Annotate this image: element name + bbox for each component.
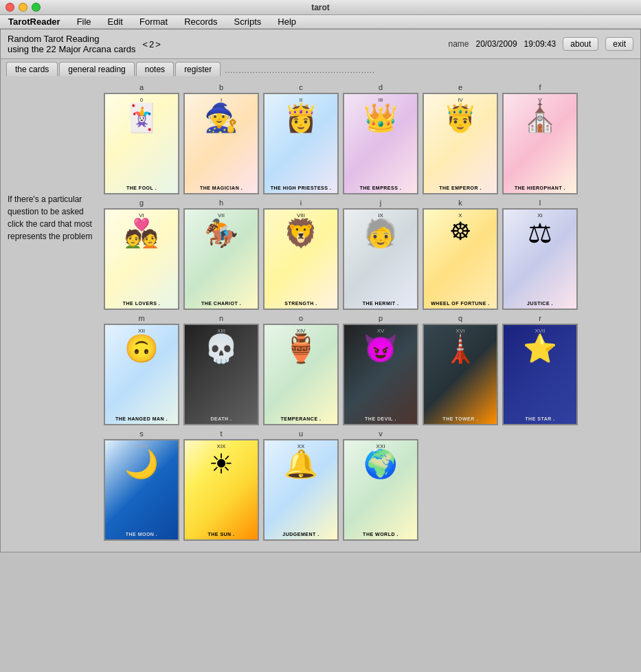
reading-info: Random Tarot Reading using the 22 Major … — [8, 34, 135, 54]
card-hermit[interactable]: IX 🧓 THE HERMIT . — [343, 208, 418, 310]
card-letter-m: m — [138, 314, 144, 322]
card-letter-c: c — [299, 83, 303, 91]
menu-scripts[interactable]: Scripts — [232, 16, 265, 27]
tab-dots: ........................................… — [225, 66, 375, 76]
card-col-f: f V ⛪ THE HIEROPHANT . — [502, 83, 578, 194]
window-title: tarot — [311, 3, 330, 12]
card-col-d: d III 👑 THE EMPRESS . — [343, 83, 418, 194]
menu-bar: TarotReader File Edit Format Records Scr… — [0, 15, 641, 29]
card-letter-d: d — [379, 83, 383, 91]
card-col-p: p XV 😈 THE DEVIL . — [343, 314, 418, 425]
card-high-priestess[interactable]: II 👸 THE HIGH PRIESTESS . — [263, 93, 339, 194]
tab-bar: the cards general reading notes register… — [1, 59, 640, 76]
maximize-button[interactable] — [32, 3, 41, 12]
title-bar: tarot — [0, 0, 641, 15]
top-bar: Random Tarot Reading using the 22 Major … — [1, 30, 640, 59]
card-hanged-man[interactable]: XII 🙃 THE HANGED MAN . — [104, 324, 179, 425]
card-chariot[interactable]: VII 🏇 THE CHARIOT . — [183, 208, 259, 310]
menu-format[interactable]: Format — [137, 16, 170, 27]
tab-notes[interactable]: notes — [136, 62, 174, 76]
card-emperor[interactable]: IV 🤴 THE EMPEROR . — [423, 93, 498, 194]
card-letter-b: b — [219, 83, 223, 91]
card-temperance[interactable]: XIV 🏺 TEMPERANCE . — [263, 324, 339, 425]
main-content: If there's a particular question to be a… — [1, 76, 640, 552]
cards-row-1: a 0 🃏 THE FOOL . b I — [104, 83, 633, 194]
menu-app[interactable]: TarotReader — [5, 16, 63, 27]
card-letter-o: o — [299, 314, 303, 322]
card-col-u: u XX 🔔 JUDGEMENT . — [263, 429, 339, 541]
card-wheel[interactable]: X ☸ WHEEL of FORTUNE . — [423, 208, 498, 310]
card-col-h: h VII 🏇 THE CHARIOT . — [183, 199, 259, 310]
card-lovers[interactable]: VI 💑 THE LOVERS . — [104, 208, 179, 310]
card-col-m: m XII 🙃 THE HANGED MAN . — [104, 314, 179, 425]
menu-help[interactable]: Help — [275, 16, 299, 27]
card-letter-s: s — [139, 429, 144, 438]
card-col-v: v XXI 🌍 THE WORLD . — [343, 429, 418, 541]
card-letter-g: g — [139, 199, 144, 207]
tab-cards[interactable]: the cards — [6, 62, 58, 76]
card-col-j: j IX 🧓 THE HERMIT . — [343, 199, 418, 310]
card-devil[interactable]: XV 😈 THE DEVIL . — [343, 324, 418, 425]
cards-row-4: s XVIII 🌙 THE MOON . t XIX — [104, 429, 633, 541]
card-letter-k: k — [458, 199, 462, 207]
card-col-n: n XIII 💀 DEATH . — [183, 314, 259, 425]
card-letter-q: q — [458, 314, 462, 322]
card-justice[interactable]: XI ⚖ JUSTICE . — [502, 208, 578, 310]
card-letter-h: h — [219, 199, 223, 207]
cards-area: a 0 🃏 THE FOOL . b I — [104, 83, 633, 545]
about-button[interactable]: about — [563, 37, 598, 51]
close-button[interactable] — [5, 3, 14, 12]
card-world[interactable]: XXI 🌍 THE WORLD . — [343, 439, 418, 541]
card-letter-f: f — [539, 83, 541, 91]
card-hierophant[interactable]: V ⛪ THE HIEROPHANT . — [502, 93, 578, 194]
card-letter-e: e — [458, 83, 462, 91]
card-death[interactable]: XIII 💀 DEATH . — [183, 324, 259, 425]
nav-num: 2 — [149, 39, 154, 49]
exit-button[interactable]: exit — [605, 37, 633, 51]
card-col-l: l XI ⚖ JUSTICE . — [502, 199, 578, 310]
card-fool[interactable]: 0 🃏 THE FOOL . — [104, 93, 179, 194]
tab-register[interactable]: register — [175, 62, 221, 76]
card-col-o: o XIV 🏺 TEMPERANCE . — [263, 314, 339, 425]
card-letter-a: a — [139, 83, 144, 91]
menu-records[interactable]: Records — [181, 16, 220, 27]
window-controls — [5, 3, 41, 12]
card-star[interactable]: XVII ⭐ THE STAR . — [502, 324, 578, 425]
card-col-c: c II 👸 THE HIGH PRIESTESS . — [263, 83, 339, 194]
card-judgement[interactable]: XX 🔔 JUDGEMENT . — [263, 439, 339, 541]
card-col-e: e IV 🤴 THE EMPEROR . — [423, 83, 498, 194]
card-strength[interactable]: VIII 🦁 STRENGTH . — [263, 208, 339, 310]
minimize-button[interactable] — [19, 3, 27, 12]
card-letter-p: p — [379, 314, 383, 322]
menu-file[interactable]: File — [74, 16, 94, 27]
card-col-s: s XVIII 🌙 THE MOON . — [104, 429, 179, 541]
card-tower[interactable]: XVI 🗼 THE TOWER . — [423, 324, 498, 425]
nav-buttons: < 2 > — [142, 39, 160, 49]
app-window: Random Tarot Reading using the 22 Major … — [0, 29, 641, 552]
cards-row-2: g VI 💑 THE LOVERS . h VII — [104, 199, 633, 310]
name-label: name — [448, 39, 469, 49]
card-sun[interactable]: XIX ☀ THE SUN . — [183, 439, 259, 541]
reading-subtitle: using the 22 Major Arcana cards — [8, 44, 135, 54]
card-col-i: i VIII 🦁 STRENGTH . — [263, 199, 339, 310]
card-col-k: k X ☸ WHEEL of FORTUNE . — [423, 199, 498, 310]
card-letter-v: v — [379, 429, 383, 438]
card-empress[interactable]: III 👑 THE EMPRESS . — [343, 93, 418, 194]
card-col-b: b I 🧙 THE MAGICIAN . — [183, 83, 259, 194]
card-letter-j: j — [380, 199, 381, 207]
nav-next[interactable]: > — [155, 39, 161, 49]
nav-prev[interactable]: < — [142, 39, 148, 49]
time-value: 19:09:43 — [524, 39, 556, 49]
card-letter-i: i — [300, 199, 302, 207]
date-value: 20/03/2009 — [476, 39, 517, 49]
tab-general[interactable]: general reading — [59, 62, 134, 76]
card-letter-l: l — [539, 199, 541, 207]
card-letter-u: u — [299, 429, 303, 438]
card-col-g: g VI 💑 THE LOVERS . — [104, 199, 179, 310]
card-col-a: a 0 🃏 THE FOOL . — [104, 83, 179, 194]
card-moon[interactable]: XVIII 🌙 THE MOON . — [104, 439, 179, 541]
menu-edit[interactable]: Edit — [105, 16, 126, 27]
meta-fields: name 20/03/2009 19:09:43 about exit — [448, 37, 633, 51]
card-magician[interactable]: I 🧙 THE MAGICIAN . — [183, 93, 259, 194]
cards-row-3: m XII 🙃 THE HANGED MAN . n XIII — [104, 314, 633, 425]
